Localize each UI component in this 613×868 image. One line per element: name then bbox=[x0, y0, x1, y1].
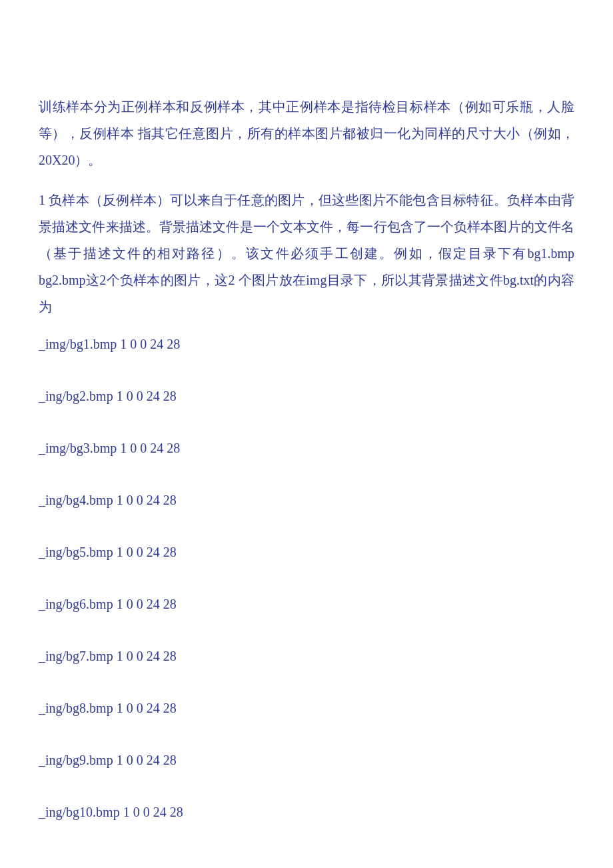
bg-line-10: _ing/bg10.bmp 1 0 0 24 28 bbox=[39, 801, 574, 823]
bg-line-1: _img/bg1.bmp 1 0 0 24 28 bbox=[39, 333, 574, 355]
bg-line-4: _ing/bg4.bmp 1 0 0 24 28 bbox=[39, 489, 574, 511]
document-page: 训练样本分为正例样本和反例样本，其中正例样本是指待检目标样本（例如可乐瓶，人脸等… bbox=[0, 0, 613, 868]
bg-line-2: _ing/bg2.bmp 1 0 0 24 28 bbox=[39, 385, 574, 407]
paragraph-1: 训练样本分为正例样本和反例样本，其中正例样本是指待检目标样本（例如可乐瓶，人脸等… bbox=[39, 93, 574, 173]
bg-line-8: _ing/bg8.bmp 1 0 0 24 28 bbox=[39, 697, 574, 719]
bg-line-5: _ing/bg5.bmp 1 0 0 24 28 bbox=[39, 541, 574, 563]
bg-line-7: _ing/bg7.bmp 1 0 0 24 28 bbox=[39, 645, 574, 667]
bg-line-3: _img/bg3.bmp 1 0 0 24 28 bbox=[39, 437, 574, 459]
bg-line-9: _ing/bg9.bmp 1 0 0 24 28 bbox=[39, 749, 574, 771]
paragraph-2: 1 负样本（反例样本）可以来自于任意的图片，但这些图片不能包含目标特征。负样本由… bbox=[39, 187, 574, 320]
bg-line-6: _ing/bg6.bmp 1 0 0 24 28 bbox=[39, 593, 574, 615]
